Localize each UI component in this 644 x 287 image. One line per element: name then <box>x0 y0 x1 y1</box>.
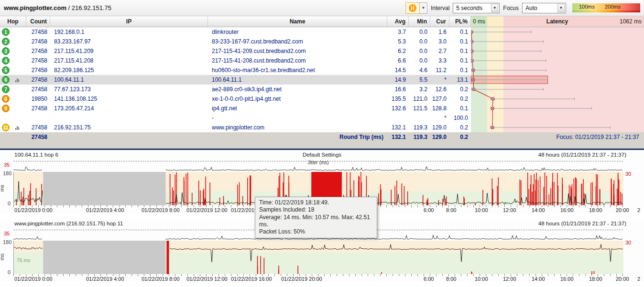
jitter-axis-max: 35 <box>4 162 10 168</box>
panel-range-label: 48 hours (01/21/2019 21:37 - 21:37) <box>538 221 626 226</box>
table-row[interactable]: - * 100.0 <box>0 113 644 123</box>
min-cell: 0.0 <box>409 46 430 56</box>
x-axis-label: 16:00 <box>560 276 574 282</box>
hop-cell: 4 <box>0 56 26 65</box>
table-row[interactable]: 5 27458 82.209.186.125 hu0600-sto-mar36-… <box>0 65 644 75</box>
header-avg[interactable]: Avg <box>387 16 409 27</box>
cur-cell: 129.0 <box>430 123 449 132</box>
count-cell: 27458 <box>26 65 50 75</box>
avg-cell: 135.5 <box>387 94 409 104</box>
min-cell: 0.0 <box>409 27 430 37</box>
header-ip[interactable]: IP <box>50 16 208 27</box>
table-row[interactable]: 6 27458 100.64.11.1 100.64.11.1 14.9 5.5… <box>0 75 644 85</box>
header-pl[interactable]: PL% <box>449 16 471 27</box>
min-cell: 121.5 <box>409 104 430 113</box>
table-row[interactable]: 7 27458 77.67.123.173 ae2-889.cr0-stk3.i… <box>0 85 644 94</box>
latency-timeline: 180 ms 0 75 ms 30 <box>0 241 644 274</box>
ip-cell: 77.67.123.173 <box>50 85 208 94</box>
name-cell: 83-233-167-97.cust.bredband2.com <box>208 37 387 46</box>
latency-graph-cell[interactable] <box>471 113 644 123</box>
y-axis-min: 0 <box>8 269 11 275</box>
min-cell: 4.6 <box>409 65 430 75</box>
hop-badge: 8 <box>2 95 10 103</box>
jitter-strip: 35 Jitter (ms) <box>0 159 644 171</box>
header-min[interactable]: Min <box>409 16 430 27</box>
latency-graph-cell[interactable] <box>471 27 644 37</box>
latency-graph-cell[interactable] <box>471 85 644 94</box>
table-row[interactable]: 1 27458 192.168.0.1 dlinkrouter 3.7 0.0 … <box>0 27 644 37</box>
latency-graph-cell[interactable] <box>471 104 644 113</box>
latency-graph-cell[interactable] <box>471 37 644 46</box>
count-cell: 27458 <box>26 56 50 65</box>
pl-cell: 100.0 <box>449 113 471 123</box>
graph-icon <box>15 125 21 130</box>
avg-cell: 5.3 <box>387 37 409 46</box>
latency-column-title: Latency <box>471 18 644 25</box>
pl-cell: 0.1 <box>449 56 471 65</box>
timeline-graph-canvas[interactable] <box>14 241 623 274</box>
latency-graph-cell[interactable] <box>471 65 644 75</box>
latency-graph-cell[interactable] <box>471 123 644 132</box>
x-axis-label: 01/22/2019 8:00 <box>142 276 180 282</box>
count-cell: 27458 <box>26 123 50 132</box>
x-axis-label: 6:00 <box>424 207 434 213</box>
count-cell <box>26 113 50 123</box>
header-cur[interactable]: Cur <box>430 16 449 27</box>
avg-cell: 132.6 <box>387 104 409 113</box>
cur-cell: * <box>430 75 449 85</box>
table-row[interactable]: 2 27458 83.233.167.97 83-233-167-97.cust… <box>0 37 644 46</box>
cur-cell: 1.6 <box>430 27 449 37</box>
header-count[interactable]: Count <box>26 16 50 27</box>
ip-cell: 100.64.11.1 <box>50 75 208 85</box>
panel-header: 100.64.11.1 hop 6 Default Settings 48 ho… <box>0 151 644 159</box>
jitter-axis-max: 35 <box>4 231 10 236</box>
x-axis-label: 14:00 <box>532 276 545 282</box>
hop-cell: 9 <box>0 104 26 113</box>
header-name[interactable]: Name <box>208 16 387 27</box>
avg-cell: 6.6 <box>387 56 409 65</box>
name-cell: www.pingplotter.com <box>208 123 387 132</box>
name-cell: 217-115-41-208.cust.bredband2.com <box>208 56 387 65</box>
tooltip-samples: Samples Included: 18 <box>259 206 373 213</box>
cur-cell: 12.6 <box>430 85 449 94</box>
latency-graph-cell[interactable] <box>471 56 644 65</box>
pause-dropdown-button[interactable]: ▼ <box>420 2 427 14</box>
header-hop[interactable]: Hop <box>0 16 26 27</box>
x-axis-label: 14:00 <box>532 207 545 213</box>
y-axis-unit: ms <box>0 254 5 261</box>
cur-cell: 11.2 <box>430 65 449 75</box>
hop-cell: 6 <box>0 75 26 85</box>
hop-cell: 5 <box>0 65 26 75</box>
table-row[interactable]: 11 27458 216.92.151.75 www.pingplotter.c… <box>0 123 644 132</box>
table-row[interactable]: 9 27458 173.205.47.214 ip4.gtt.net 132.6… <box>0 104 644 113</box>
x-axis-label: 01/22/2019 4:00 <box>86 207 124 213</box>
count-cell: 27458 <box>26 46 50 56</box>
interval-select[interactable]: 5 seconds ▼ <box>453 3 500 13</box>
min-cell: 3.2 <box>409 85 430 94</box>
avg-cell <box>387 113 409 123</box>
latency-graph-cell[interactable] <box>471 46 644 56</box>
x-axis-label: 20:00 <box>616 276 629 282</box>
latency-graph-cell[interactable] <box>471 94 644 104</box>
pause-button[interactable] <box>405 2 420 14</box>
interval-value: 5 seconds <box>456 5 482 11</box>
cur-cell: 3.3 <box>430 56 449 65</box>
focus-range-label: Focus: 01/21/2019 21:37 - 21:37 <box>471 132 644 142</box>
panel-target-label: www.pingplotter.com (216.92.151.75) hop … <box>14 221 123 226</box>
hop-badge: 6 <box>2 76 10 84</box>
x-axis-label: 12:00 <box>503 276 516 282</box>
x-axis-label: 2 <box>637 276 640 282</box>
count-cell: 19850 <box>26 94 50 104</box>
focus-select[interactable]: Auto ▼ <box>522 3 566 13</box>
count-cell: 27458 <box>26 37 50 46</box>
table-row[interactable]: 8 19850 141.136.108.125 xe-1-0-0.cr0-pit… <box>0 94 644 104</box>
chevron-down-icon: ▼ <box>421 6 425 10</box>
header-latency[interactable]: 0 ms Latency 1062 ms <box>471 16 644 27</box>
latency-graph-cell[interactable] <box>471 75 644 85</box>
table-row[interactable]: 4 27458 217.115.41.208 217-115-41-208.cu… <box>0 56 644 65</box>
y-axis-unit: ms <box>0 185 5 192</box>
jitter-graph-canvas[interactable] <box>13 161 623 171</box>
name-cell: 100.64.11.1 <box>208 75 387 85</box>
hop-badge: 9 <box>2 105 10 112</box>
table-row[interactable]: 3 27458 217.115.41.209 217-115-41-209.cu… <box>0 46 644 56</box>
